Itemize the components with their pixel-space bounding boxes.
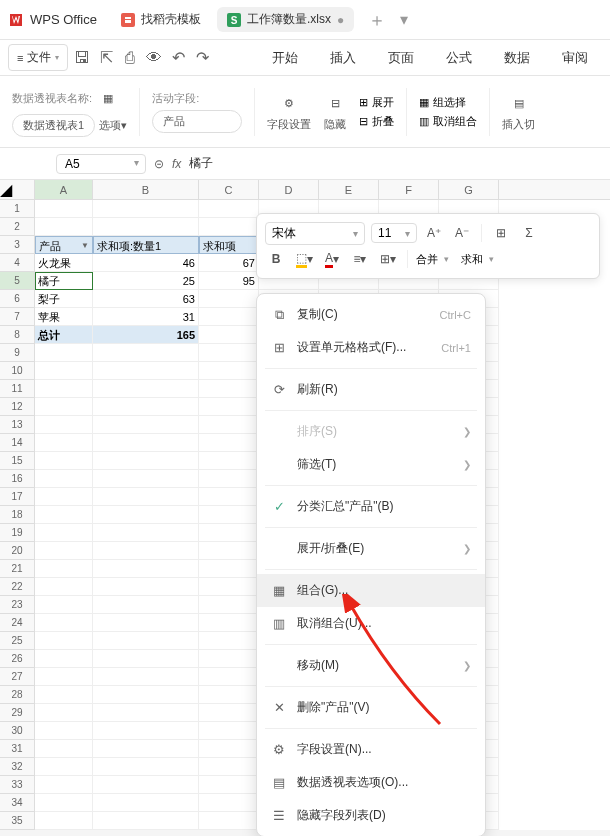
cell[interactable] <box>199 470 259 488</box>
cell[interactable] <box>35 596 93 614</box>
cell[interactable] <box>35 794 93 812</box>
bold-button[interactable]: B <box>265 248 287 270</box>
cell[interactable] <box>93 632 199 650</box>
row-header[interactable]: 18 <box>0 506 35 524</box>
ctx-f[interactable]: ⊞设置单元格格式(F)...Ctrl+1 <box>257 331 485 364</box>
row-header[interactable]: 23 <box>0 596 35 614</box>
autosum-icon[interactable]: Σ <box>518 222 540 244</box>
cell[interactable] <box>93 380 199 398</box>
ctx-n[interactable]: ⚙字段设置(N)... <box>257 733 485 766</box>
cell[interactable]: 31 <box>93 308 199 326</box>
row-header[interactable]: 10 <box>0 362 35 380</box>
cell[interactable] <box>93 470 199 488</box>
cell[interactable] <box>93 776 199 794</box>
cell[interactable] <box>93 704 199 722</box>
cell[interactable] <box>35 362 93 380</box>
row-header[interactable]: 30 <box>0 722 35 740</box>
cell[interactable] <box>35 434 93 452</box>
ungroup-btn[interactable]: ▥取消组合 <box>419 114 477 129</box>
col-header[interactable]: D <box>259 180 319 199</box>
cell[interactable] <box>93 614 199 632</box>
cell[interactable] <box>199 200 259 218</box>
cell[interactable] <box>199 524 259 542</box>
menu-page[interactable]: 页面 <box>374 45 428 71</box>
cell[interactable] <box>35 380 93 398</box>
decrease-font-icon[interactable]: A⁻ <box>451 222 473 244</box>
cell[interactable] <box>199 668 259 686</box>
cell[interactable] <box>35 704 93 722</box>
cell[interactable]: 火龙果 <box>35 254 93 272</box>
ctx-b[interactable]: ✓分类汇总"产品"(B) <box>257 490 485 523</box>
cell[interactable] <box>93 650 199 668</box>
select-all-corner[interactable]: ◢ <box>0 180 35 199</box>
name-box[interactable]: A5 <box>56 154 146 174</box>
row-header[interactable]: 28 <box>0 686 35 704</box>
row-header[interactable]: 24 <box>0 614 35 632</box>
cell[interactable] <box>93 362 199 380</box>
cell[interactable] <box>199 632 259 650</box>
cell[interactable] <box>35 740 93 758</box>
cell[interactable] <box>93 686 199 704</box>
row-header[interactable]: 5 <box>0 272 35 290</box>
preview-icon[interactable]: 👁 <box>144 48 164 68</box>
cell[interactable] <box>93 542 199 560</box>
row-header[interactable]: 35 <box>0 812 35 830</box>
cell[interactable]: 求和项:数量1 <box>93 236 199 254</box>
cell[interactable] <box>35 560 93 578</box>
cell[interactable] <box>35 812 93 830</box>
ctx-o[interactable]: ▤数据透视表选项(O)... <box>257 766 485 799</box>
row-header[interactable]: 26 <box>0 650 35 668</box>
cell[interactable] <box>199 614 259 632</box>
row-header[interactable]: 29 <box>0 704 35 722</box>
increase-font-icon[interactable]: A⁺ <box>423 222 445 244</box>
cell[interactable] <box>199 290 259 308</box>
cell[interactable] <box>93 668 199 686</box>
row-header[interactable]: 16 <box>0 470 35 488</box>
print-icon[interactable]: ⎙ <box>120 48 140 68</box>
cell[interactable] <box>93 794 199 812</box>
cell[interactable] <box>199 380 259 398</box>
ctx-m[interactable]: 移动(M)❯ <box>257 649 485 682</box>
zoom-icon[interactable]: ⊝ <box>154 157 164 171</box>
ribbon-slicer[interactable]: ▤ 插入切 <box>502 91 535 132</box>
cell[interactable] <box>35 758 93 776</box>
cell[interactable] <box>35 452 93 470</box>
row-header[interactable]: 27 <box>0 668 35 686</box>
menu-formula[interactable]: 公式 <box>432 45 486 71</box>
ctx-c[interactable]: ⧉复制(C)Ctrl+C <box>257 298 485 331</box>
cell[interactable]: 求和项 <box>199 236 259 254</box>
tab-template[interactable]: 找稻壳模板 <box>111 7 211 32</box>
row-header[interactable]: 9 <box>0 344 35 362</box>
cell[interactable]: 橘子 <box>35 272 93 290</box>
cell[interactable]: 63 <box>93 290 199 308</box>
cell[interactable]: 25 <box>93 272 199 290</box>
cell[interactable] <box>199 650 259 668</box>
cell[interactable] <box>199 218 259 236</box>
pivot-icon[interactable]: ▦ <box>96 86 120 110</box>
col-header[interactable]: B <box>93 180 199 199</box>
row-header[interactable]: 1 <box>0 200 35 218</box>
cell[interactable] <box>93 398 199 416</box>
cell[interactable] <box>35 344 93 362</box>
cell[interactable] <box>35 614 93 632</box>
row-header[interactable]: 6 <box>0 290 35 308</box>
cell[interactable] <box>199 704 259 722</box>
ribbon-hide[interactable]: ⊟ 隐藏 <box>323 91 347 132</box>
cell[interactable] <box>93 722 199 740</box>
cell[interactable] <box>93 218 199 236</box>
row-header[interactable]: 31 <box>0 740 35 758</box>
col-header[interactable]: G <box>439 180 499 199</box>
cell[interactable] <box>35 668 93 686</box>
border-icon[interactable]: ⊞▾ <box>377 248 399 270</box>
cell[interactable] <box>93 434 199 452</box>
sum-label[interactable]: 求和 <box>461 252 483 267</box>
cell[interactable] <box>199 776 259 794</box>
fill-color-icon[interactable]: ⬚▾ <box>293 248 315 270</box>
ctx-v[interactable]: ✕删除"产品"(V) <box>257 691 485 724</box>
fx-icon[interactable]: fx <box>172 157 181 171</box>
cell[interactable] <box>93 758 199 776</box>
row-header[interactable]: 12 <box>0 398 35 416</box>
cell[interactable] <box>199 542 259 560</box>
row-header[interactable]: 13 <box>0 416 35 434</box>
ctx-g[interactable]: ▦组合(G)... <box>257 574 485 607</box>
